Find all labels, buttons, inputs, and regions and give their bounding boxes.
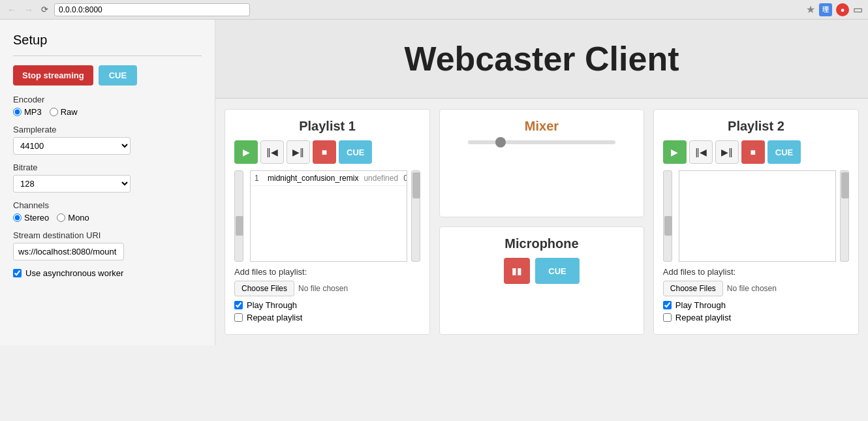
channels-stereo-label[interactable]: Stereo <box>13 213 49 223</box>
playlist2-repeat-checkbox[interactable] <box>663 313 672 322</box>
url-bar[interactable]: 0.0.0.0:8000 <box>54 3 250 16</box>
playlist1-repeat-label[interactable]: Repeat playlist <box>247 313 302 322</box>
playlist2-scrollbar-thumb <box>841 172 849 198</box>
channels-stereo-radio[interactable] <box>13 213 22 222</box>
encoder-mp3-label[interactable]: MP3 <box>13 107 42 117</box>
bitrate-group: Bitrate 128 64 32 <box>13 163 202 193</box>
playlist1-repeat-checkbox[interactable] <box>234 313 243 322</box>
mixer-title: Mixer <box>449 119 634 134</box>
stream-dest-label: Stream destination URI <box>13 230 202 240</box>
playlist2-play-through-row: Play Through <box>663 300 849 310</box>
main-content: Webcaster Client Playlist 1 ▶ ‖◀ ▶‖ ■ CU… <box>215 20 868 345</box>
samplerate-label: Samplerate <box>13 125 202 134</box>
playlist2-title: Playlist 2 <box>663 119 849 134</box>
channels-mono-radio[interactable] <box>57 213 65 222</box>
bookmark-icon[interactable]: ★ <box>806 3 815 16</box>
panels-row: Playlist 1 ▶ ‖◀ ▶‖ ■ CUE 1 midnigh <box>215 99 868 345</box>
async-worker-checkbox[interactable] <box>13 269 22 277</box>
encoder-raw-text: Raw <box>61 107 78 117</box>
table-row[interactable]: 1 midnight_confusion_remix undefined 05:… <box>251 171 407 186</box>
playlist1-add-files: Add files to playlist: Choose Files No f… <box>234 267 420 322</box>
track-name: midnight_confusion_remix <box>268 174 358 183</box>
playlist1-repeat-row: Repeat playlist <box>234 313 420 322</box>
encoder-raw-label[interactable]: Raw <box>50 107 78 117</box>
playlist2-no-file-text: No file chosen <box>727 284 777 293</box>
playlist1-prev-button[interactable]: ‖◀ <box>260 140 284 164</box>
playlist1-area: 1 midnight_confusion_remix undefined 05:… <box>234 170 420 262</box>
encoder-radio-group: MP3 Raw <box>13 107 202 117</box>
playlist2-panel: Playlist 2 ▶ ‖◀ ▶‖ ■ CUE <box>653 109 859 335</box>
stream-dest-input[interactable] <box>13 243 124 260</box>
playlist2-next-button[interactable]: ▶‖ <box>715 140 739 164</box>
channels-group: Channels Stereo Mono <box>13 200 202 223</box>
playlist1-file-input-row: Choose Files No file chosen <box>234 281 420 296</box>
playlist2-choose-files-button[interactable]: Choose Files <box>663 281 723 296</box>
playlist2-volume-slider[interactable] <box>663 170 672 262</box>
playlist2-cue-button[interactable]: CUE <box>767 140 801 164</box>
microphone-cue-button[interactable]: CUE <box>535 258 579 284</box>
stop-streaming-button[interactable]: Stop streaming <box>13 65 93 86</box>
reload-button[interactable]: ⟳ <box>39 5 50 14</box>
playlist1-controls: ▶ ‖◀ ▶‖ ■ CUE <box>234 140 420 164</box>
playlist2-volume-thumb <box>664 216 672 236</box>
playlist2-repeat-label[interactable]: Repeat playlist <box>675 313 731 322</box>
playlist1-scrollbar[interactable] <box>411 170 420 262</box>
async-worker-text: Use asynchronous worker <box>25 268 123 278</box>
playlist2-prev-button[interactable]: ‖◀ <box>689 140 713 164</box>
playlist2-play-button[interactable]: ▶ <box>663 140 687 164</box>
track-duration: 05:20 <box>403 174 407 183</box>
channels-mono-label[interactable]: Mono <box>57 213 89 223</box>
playlist2-play-through-checkbox[interactable] <box>663 301 672 309</box>
playlist1-volume-thumb <box>236 216 243 236</box>
playlist2-file-input-row: Choose Files No file chosen <box>663 281 849 296</box>
main-controls-row: Stop streaming CUE <box>13 65 202 86</box>
channels-radio-group: Stereo Mono <box>13 213 202 223</box>
page-title: Webcaster Client <box>228 39 855 78</box>
main-cue-button[interactable]: CUE <box>99 65 137 86</box>
sidebar: Setup Stop streaming CUE Encoder MP3 Raw… <box>0 20 215 345</box>
encoder-mp3-radio[interactable] <box>13 108 22 116</box>
samplerate-group: Samplerate 44100 22050 11025 <box>13 125 202 155</box>
playlist1-list[interactable]: 1 midnight_confusion_remix undefined 05:… <box>250 170 407 262</box>
playlist2-list[interactable] <box>679 170 836 262</box>
microphone-panel: Microphone ▮▮ CUE <box>439 226 644 335</box>
mixer-slider[interactable] <box>468 140 616 144</box>
playlist1-scrollbar-thumb <box>412 172 420 198</box>
playlist1-no-file-text: No file chosen <box>298 284 348 293</box>
playlist1-choose-files-button[interactable]: Choose Files <box>234 281 294 296</box>
microphone-title: Microphone <box>449 236 634 251</box>
playlist1-play-through-label[interactable]: Play Through <box>247 300 297 310</box>
encoder-raw-radio[interactable] <box>50 108 58 116</box>
extension-1-icon[interactable]: 理 <box>819 3 832 16</box>
samplerate-select[interactable]: 44100 22050 11025 <box>13 137 131 155</box>
mixer-panel: Mixer <box>439 109 644 217</box>
bitrate-label: Bitrate <box>13 163 202 172</box>
extension-2-icon[interactable]: ● <box>836 3 849 16</box>
async-worker-label[interactable]: Use asynchronous worker <box>13 268 202 278</box>
extension-3-icon[interactable]: ▭ <box>853 3 863 16</box>
track-number: 1 <box>255 174 262 183</box>
playlist2-play-through-label[interactable]: Play Through <box>675 300 726 310</box>
playlist1-stop-button[interactable]: ■ <box>313 140 336 164</box>
channels-stereo-text: Stereo <box>24 213 49 223</box>
playlist2-stop-button[interactable]: ■ <box>741 140 765 164</box>
bitrate-select[interactable]: 128 64 32 <box>13 175 131 193</box>
playlist1-next-button[interactable]: ▶‖ <box>287 140 310 164</box>
playlist1-cue-button[interactable]: CUE <box>339 140 372 164</box>
playlist2-scrollbar[interactable] <box>840 170 849 262</box>
forward-button[interactable]: → <box>22 5 35 15</box>
back-button[interactable]: ← <box>5 5 18 15</box>
center-column: Mixer Microphone ▮▮ CUE <box>439 109 644 335</box>
stream-dest-group: Stream destination URI <box>13 230 202 260</box>
playlist1-volume-slider[interactable] <box>234 170 243 262</box>
track-info: undefined <box>364 174 398 183</box>
playlist1-play-through-checkbox[interactable] <box>234 301 243 309</box>
sidebar-title: Setup <box>13 33 202 48</box>
main-header: Webcaster Client <box>215 20 868 99</box>
playlist1-play-button[interactable]: ▶ <box>234 140 258 164</box>
playlist1-add-files-label: Add files to playlist: <box>234 267 420 277</box>
microphone-record-button[interactable]: ▮▮ <box>504 258 530 284</box>
channels-mono-text: Mono <box>68 213 89 223</box>
channels-label: Channels <box>13 200 202 210</box>
playlist2-controls: ▶ ‖◀ ▶‖ ■ CUE <box>663 140 849 164</box>
